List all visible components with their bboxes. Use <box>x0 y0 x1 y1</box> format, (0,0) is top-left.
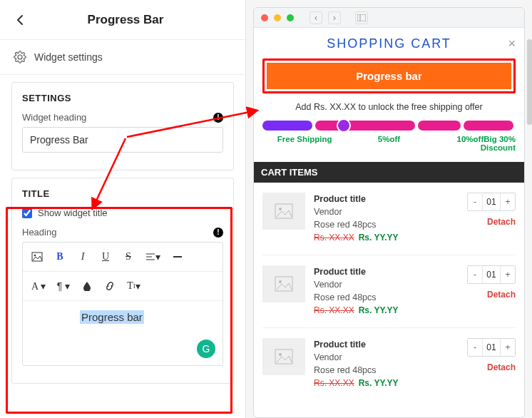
item-vendor: Vendor <box>314 278 459 291</box>
tier-1-label: Free Shipping <box>262 135 347 152</box>
cart-item-row: Product title Vendor Rose red 48pcs Rs. … <box>262 255 516 328</box>
product-thumb-icon <box>262 338 305 375</box>
item-variant: Rose red 48pcs <box>314 291 459 304</box>
svg-rect-7 <box>275 277 292 291</box>
qty-value: 01 <box>482 339 501 356</box>
show-widget-title-checkbox[interactable] <box>22 208 32 218</box>
editor-body[interactable]: Progress bar G <box>23 301 222 365</box>
progress-thumb-icon[interactable] <box>337 118 351 133</box>
traffic-light-min-icon <box>274 14 281 21</box>
grammarly-icon[interactable]: G <box>197 340 215 358</box>
item-vendor: Vendor <box>314 351 459 364</box>
svg-rect-5 <box>275 204 292 218</box>
title-heading: TITLE <box>22 188 223 199</box>
panel-title: Progress Bar <box>6 13 245 27</box>
nav-next-button[interactable]: › <box>328 11 341 24</box>
qty-minus-button[interactable]: - <box>468 193 482 210</box>
tier-labels: Free Shipping 5%off 10%offBig 30% Discou… <box>262 135 516 152</box>
qty-value: 01 <box>482 266 501 283</box>
title-card: TITLE Show widget title Heading ! B I <box>11 178 234 384</box>
item-title: Product title <box>314 338 459 351</box>
italic-button[interactable]: I <box>73 247 93 267</box>
cart-items-heading: CART ITEMS <box>254 162 524 183</box>
strikethrough-button[interactable]: S <box>118 247 138 267</box>
detach-button[interactable]: Detach <box>467 362 516 372</box>
cart-item-row: Product title Vendor Rose red 48pcs Rs. … <box>262 183 516 255</box>
scrollbar[interactable] <box>527 39 532 125</box>
browser-bar: ‹ › <box>254 8 524 28</box>
item-new-price: Rs. YY.YY <box>359 378 399 388</box>
editor-heading-label: Heading <box>22 227 56 238</box>
progress-bar-banner: Progress bar <box>267 63 511 89</box>
item-old-price: Rs. XX.XX <box>314 305 354 315</box>
close-icon[interactable]: × <box>508 36 516 51</box>
svg-point-6 <box>279 208 282 210</box>
align-button[interactable]: ▾ <box>141 247 165 267</box>
settings-card: SETTINGS Widget heading ! <box>11 82 234 170</box>
item-old-price: Rs. XX.XX <box>314 233 354 243</box>
preview-pane: ‹ › SHOPPING CART × Progress bar Add Rs.… <box>246 0 532 418</box>
settings-panel: Progress Bar Widget settings SETTINGS Wi… <box>0 0 246 418</box>
svg-point-10 <box>279 353 282 356</box>
cart-item-row: Product title Vendor Rose red 48pcs Rs. … <box>262 328 516 400</box>
item-new-price: Rs. YY.YY <box>359 305 399 315</box>
detach-button[interactable]: Detach <box>467 290 516 300</box>
qty-minus-button[interactable]: - <box>468 266 482 283</box>
underline-button[interactable]: U <box>96 247 116 267</box>
qty-plus-button[interactable]: + <box>501 266 515 283</box>
item-title: Product title <box>314 193 459 205</box>
gear-icon <box>13 50 27 64</box>
item-variant: Rose red 48pcs <box>314 218 459 231</box>
rich-editor: B I U S ▾ A ▾ ¶ ▾ TI▾ <box>22 242 223 366</box>
item-vendor: Vendor <box>314 205 459 218</box>
progress-seg-3 <box>418 121 461 131</box>
qty-value: 01 <box>482 193 501 210</box>
unlock-offer-text: Add Rs. XX.XX to unlock the free shippin… <box>262 102 516 112</box>
widget-settings-row[interactable]: Widget settings <box>0 40 245 75</box>
qty-minus-button[interactable]: - <box>468 339 482 356</box>
progress-seg-1 <box>262 121 312 131</box>
cart-title: SHOPPING CART <box>327 36 451 51</box>
traffic-light-max-icon <box>287 14 294 21</box>
item-new-price: Rs. YY.YY <box>359 233 399 243</box>
product-thumb-icon <box>262 265 305 302</box>
progress-seg-2 <box>315 121 415 131</box>
paragraph-button[interactable]: ¶ ▾ <box>53 276 74 296</box>
progress-seg-4 <box>464 121 513 131</box>
svg-rect-2 <box>173 256 182 258</box>
item-title: Product title <box>314 265 459 278</box>
layout-button[interactable] <box>355 11 368 24</box>
widget-heading-label: Widget heading <box>22 112 86 123</box>
svg-rect-3 <box>357 14 366 21</box>
qty-plus-button[interactable]: + <box>501 193 515 210</box>
progress-bar-highlight: Progress bar <box>262 58 516 93</box>
editor-value: Progress bar <box>80 310 144 324</box>
drop-button[interactable] <box>77 276 97 296</box>
font-family-button[interactable]: A ▾ <box>27 276 50 296</box>
svg-point-8 <box>279 280 282 283</box>
panel-header: Progress Bar <box>0 0 245 40</box>
tier-2-label: 5%off <box>347 135 431 152</box>
item-old-price: Rs. XX.XX <box>314 378 354 388</box>
qty-plus-button[interactable]: + <box>501 339 515 356</box>
link-button[interactable] <box>100 276 120 296</box>
item-variant: Rose red 48pcs <box>314 364 459 377</box>
svg-point-1 <box>34 255 36 257</box>
widget-heading-input[interactable] <box>22 127 223 153</box>
browser-frame: ‹ › SHOPPING CART × Progress bar Add Rs.… <box>253 7 525 418</box>
clear-format-button[interactable]: TI▾ <box>123 276 145 296</box>
detach-button[interactable]: Detach <box>467 217 516 227</box>
product-thumb-icon <box>262 193 305 230</box>
nav-prev-button[interactable]: ‹ <box>310 11 322 24</box>
minus-button[interactable] <box>168 247 188 267</box>
svg-rect-9 <box>275 350 292 364</box>
tier-3-label: 10%offBig 30% Discount <box>431 135 516 152</box>
info-icon[interactable]: ! <box>213 228 223 238</box>
image-icon[interactable] <box>27 247 47 267</box>
settings-heading: SETTINGS <box>22 93 223 103</box>
progress-track <box>262 121 516 131</box>
traffic-light-close-icon <box>261 14 268 21</box>
bold-button[interactable]: B <box>50 247 70 267</box>
show-widget-title-label: Show widget title <box>38 208 108 218</box>
info-icon[interactable]: ! <box>213 113 223 123</box>
